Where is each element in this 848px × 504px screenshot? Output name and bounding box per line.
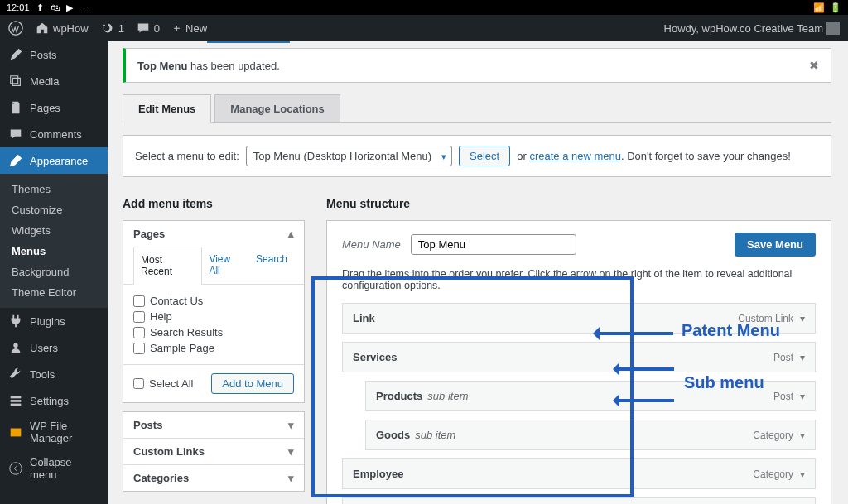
menu-structure-heading: Menu structure [326, 197, 831, 210]
collapsed-panels: Posts▾ Custom Links▾ Categories▾ [123, 411, 305, 492]
success-notice: Top Menu has been updated. ✖ [123, 48, 831, 83]
menu-items-list: LinkCustom Link▾ServicesPost▾Productssub… [342, 303, 816, 504]
menu-structure-panel: Menu Name Save Menu Drag the items into … [326, 220, 831, 504]
pages-panel-toggle[interactable]: Pages▴ [123, 221, 304, 247]
updates-link[interactable]: 1 [100, 21, 124, 36]
menu-select-bar: Select a menu to edit: Top Menu (Desktop… [123, 135, 831, 177]
chevron-down-icon: ▾ [288, 445, 294, 458]
tab-edit-menus[interactable]: Edit Menus [123, 94, 211, 123]
appearance-submenu: Themes Customize Widgets Menus Backgroun… [0, 174, 108, 308]
menu-structure-item[interactable]: EmployeeCategory▾ [342, 458, 816, 489]
sidebar-item-media[interactable]: Media [0, 68, 108, 94]
menu-structure-item[interactable]: LinkCustom Link▾ [342, 303, 816, 334]
wp-logo-icon[interactable] [8, 21, 23, 36]
drag-hint-text: Drag the items into the order you prefer… [342, 268, 816, 291]
bag-icon: 🛍 [51, 2, 60, 12]
sidebar-collapse[interactable]: Collapse menu [0, 450, 108, 487]
admin-sidebar: Posts Media Pages Comments Appearance Th… [0, 41, 108, 504]
chevron-down-icon: ▾ [800, 468, 805, 480]
content-area: Top Menu has been updated. ✖ Edit Menus … [108, 41, 848, 504]
avatar [826, 22, 840, 35]
page-checkbox-search-results[interactable]: Search Results [133, 324, 294, 340]
sidebar-item-pages[interactable]: Pages [0, 94, 108, 121]
menu-name-input[interactable] [411, 234, 576, 255]
comments-link[interactable]: 0 [136, 21, 160, 36]
svg-rect-4 [11, 404, 22, 406]
categories-panel-toggle[interactable]: Categories▾ [123, 464, 304, 491]
sidebar-item-posts[interactable]: Posts [0, 41, 108, 68]
menu-name-label: Menu Name [342, 238, 401, 251]
svg-point-6 [10, 463, 22, 474]
submenu-theme-editor[interactable]: Theme Editor [0, 282, 108, 303]
device-status-bar: 12:01 ⬆ 🛍 ▶ ⋯ 📶 🔋 [0, 0, 848, 15]
page-checkbox-contact[interactable]: Contact Us [133, 293, 294, 309]
svg-point-0 [9, 22, 22, 35]
custom-links-panel-toggle[interactable]: Custom Links▾ [123, 438, 304, 464]
chevron-down-icon: ▾ [800, 430, 805, 441]
youtube-icon: ▶ [66, 2, 73, 13]
create-menu-link[interactable]: create a new menu [529, 150, 621, 162]
save-menu-button[interactable]: Save Menu [735, 233, 816, 257]
chevron-down-icon: ▾ [288, 472, 294, 484]
add-items-heading: Add menu items [123, 197, 305, 210]
submenu-customize[interactable]: Customize [0, 199, 108, 220]
submenu-widgets[interactable]: Widgets [0, 220, 108, 241]
howdy-link[interactable]: Howdy, wpHow.co Creative Team [664, 22, 840, 35]
pages-tab-view-all[interactable]: View All [202, 247, 249, 284]
menu-structure-item[interactable]: Productssub itemPost▾ [365, 381, 816, 411]
svg-rect-5 [11, 429, 22, 437]
page-top-highlight [207, 41, 290, 43]
svg-point-1 [13, 343, 17, 348]
sidebar-item-settings[interactable]: Settings [0, 387, 108, 414]
sidebar-item-wp-file-manager[interactable]: WP File Manager [0, 414, 108, 450]
page-checkbox-help[interactable]: Help [133, 309, 294, 324]
status-time: 12:01 [7, 2, 30, 12]
dismiss-notice-button[interactable]: ✖ [809, 59, 819, 72]
svg-rect-3 [11, 400, 22, 402]
menu-structure-item[interactable]: ServicesPost▾ [342, 342, 816, 372]
chevron-down-icon: ▾ [800, 352, 805, 363]
add-to-menu-button[interactable]: Add to Menu [211, 373, 294, 394]
submenu-background[interactable]: Background [0, 262, 108, 282]
select-menu-label: Select a menu to edit: [135, 150, 239, 162]
tab-manage-locations[interactable]: Manage Locations [214, 94, 340, 122]
battery-icon: 🔋 [830, 2, 841, 13]
wp-admin-bar: wpHow 1 0 ＋New Howdy, wpHow.co Creative … [0, 15, 848, 41]
chevron-up-icon: ▴ [288, 228, 294, 240]
posts-panel-toggle[interactable]: Posts▾ [123, 412, 304, 438]
menu-selector-dropdown[interactable]: Top Menu (Desktop Horizontal Menu) [246, 146, 452, 166]
chevron-down-icon: ▾ [800, 391, 805, 402]
submenu-menus[interactable]: Menus [0, 241, 108, 262]
upload-icon: ⬆ [36, 2, 44, 13]
menu-structure-item[interactable]: Goodssub itemCategory▾ [365, 420, 816, 450]
sidebar-item-appearance[interactable]: Appearance [0, 147, 108, 174]
site-home-link[interactable]: wpHow [35, 21, 89, 36]
add-new-link[interactable]: ＋New [171, 21, 207, 36]
more-icon: ⋯ [80, 2, 89, 13]
sidebar-item-comments[interactable]: Comments [0, 121, 108, 147]
sidebar-item-plugins[interactable]: Plugins [0, 308, 108, 334]
submenu-themes[interactable]: Themes [0, 179, 108, 199]
wifi-icon: 📶 [813, 2, 825, 13]
select-all-checkbox[interactable]: Select All [133, 377, 193, 390]
pages-tab-search[interactable]: Search [249, 247, 294, 284]
pages-panel: Pages▴ Most Recent View All Search Conta… [123, 220, 305, 403]
menu-structure-item[interactable]: Contact UsPage▾ [342, 497, 816, 504]
sidebar-item-users[interactable]: Users [0, 334, 108, 361]
page-checkbox-sample[interactable]: Sample Page [133, 340, 294, 356]
chevron-down-icon: ▾ [288, 419, 294, 431]
select-button[interactable]: Select [459, 146, 510, 166]
sidebar-item-tools[interactable]: Tools [0, 361, 108, 387]
pages-tab-most-recent[interactable]: Most Recent [133, 247, 202, 285]
svg-rect-2 [11, 396, 22, 399]
chevron-down-icon: ▾ [800, 313, 805, 324]
nav-tabs: Edit Menus Manage Locations [123, 94, 831, 123]
